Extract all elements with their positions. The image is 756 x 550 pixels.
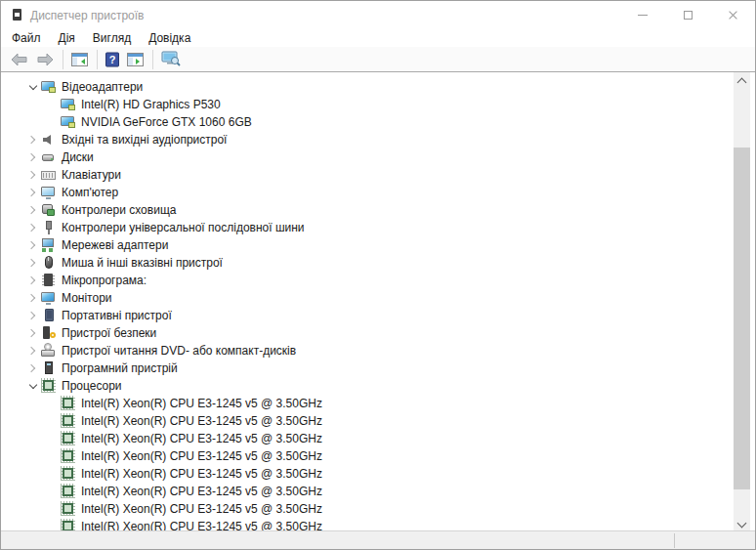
toolbar-separator <box>63 50 63 69</box>
dvd-device-icon <box>41 343 57 359</box>
help-icon: ? <box>105 52 119 67</box>
tree-item[interactable]: Диски <box>2 148 732 166</box>
menu-help[interactable]: Довідка <box>140 29 199 47</box>
tree-item-label: Програмний пристрій <box>62 361 178 375</box>
computer-device-icon <box>41 185 57 200</box>
tree-item-label: Миша й інші вказівні пристрої <box>62 256 223 270</box>
tree-item[interactable]: Контролери сховища <box>2 201 732 219</box>
tree-item[interactable]: Intel(R) HD Graphics P530 <box>2 96 732 113</box>
storage-device-icon <box>41 202 57 218</box>
chevron-expand-icon[interactable] <box>25 290 41 306</box>
device-manager-app-icon <box>10 8 24 22</box>
scan-hardware-changes-button[interactable] <box>157 49 186 70</box>
tree-item[interactable]: Intel(R) Xeon(R) CPU E3-1245 v5 @ 3.50GH… <box>2 518 732 531</box>
tree-item[interactable]: Програмний пристрій <box>2 360 732 377</box>
chevron-expand-icon[interactable] <box>25 132 41 148</box>
tree-item[interactable]: Портативні пристрої <box>2 307 732 324</box>
chevron-expand-icon[interactable] <box>25 149 41 165</box>
forward-icon <box>36 52 55 67</box>
chevron-expand-icon[interactable] <box>25 255 41 271</box>
tree-item[interactable]: Intel(R) Xeon(R) CPU E3-1245 v5 @ 3.50GH… <box>2 447 732 465</box>
tree-item[interactable]: Intel(R) Xeon(R) CPU E3-1245 v5 @ 3.50GH… <box>2 500 732 518</box>
tree-item[interactable]: Відеоадаптери <box>2 78 732 96</box>
tree-item[interactable]: Мікропрограма: <box>2 272 732 289</box>
close-icon <box>728 10 738 21</box>
tree-item-label: Intel(R) Xeon(R) CPU E3-1245 v5 @ 3.50GH… <box>81 502 322 516</box>
tree-item[interactable]: Intel(R) Xeon(R) CPU E3-1245 v5 @ 3.50GH… <box>2 483 732 500</box>
tree-item[interactable]: Intel(R) Xeon(R) CPU E3-1245 v5 @ 3.50GH… <box>2 465 732 483</box>
chevron-expand-icon[interactable] <box>25 185 41 200</box>
tree-item[interactable]: Контролери універсальної послідовної шин… <box>2 219 732 236</box>
chevron-expand-icon[interactable] <box>25 202 41 218</box>
monitor-device-icon <box>41 290 57 306</box>
chevron-expand-icon[interactable] <box>25 167 41 183</box>
back-button[interactable] <box>6 49 32 70</box>
tree-item[interactable]: Пристрої читання DVD- або компакт-дисків <box>2 342 732 360</box>
tree-item-label: Пристрої читання DVD- або компакт-дисків <box>62 344 296 358</box>
chevron-expand-icon[interactable] <box>25 237 41 253</box>
usb-device-icon <box>41 220 57 235</box>
show-console-tree-button[interactable] <box>67 49 93 70</box>
title-bar[interactable]: Диспетчер пристроїв <box>1 1 755 29</box>
tree-item-label: Мікропрограма: <box>62 274 147 287</box>
menu-action[interactable]: Дія <box>50 29 84 47</box>
properties-button[interactable] <box>123 49 148 70</box>
back-icon <box>10 52 28 67</box>
tree-item[interactable]: Процесори <box>2 377 732 395</box>
menu-file[interactable]: Файл <box>2 29 50 47</box>
chevron-expand-icon[interactable] <box>25 308 41 323</box>
toolbar: ? <box>1 47 755 72</box>
tree-item-label: Клавіатури <box>62 168 121 182</box>
display-device-icon <box>61 114 76 130</box>
menu-bar: Файл Дія Вигляд Довідка <box>1 29 755 47</box>
maximize-button[interactable] <box>665 1 710 29</box>
tree-item[interactable]: Intel(R) Xeon(R) CPU E3-1245 v5 @ 3.50GH… <box>2 395 732 412</box>
mouse-device-icon <box>41 255 57 271</box>
scroll-up-button[interactable] <box>734 72 750 89</box>
chevron-expand-icon[interactable] <box>25 360 41 376</box>
toolbar-separator <box>152 50 153 69</box>
tree-item-label: Intel(R) Xeon(R) CPU E3-1245 v5 @ 3.50GH… <box>81 467 322 481</box>
chevron-expand-icon[interactable] <box>25 273 41 288</box>
chevron-collapse-icon[interactable] <box>25 79 41 95</box>
minimize-icon <box>638 15 648 16</box>
tree-item[interactable]: Миша й інші вказівні пристрої <box>2 254 732 272</box>
tree-item-label: Вхідні та вихідні аудіопристрої <box>62 133 227 147</box>
cpu-device-icon <box>61 448 76 464</box>
tree-item-label: Диски <box>62 150 94 164</box>
tree-item[interactable]: Пристрої безпеки <box>2 324 732 342</box>
network-device-icon <box>41 237 57 253</box>
tree-item[interactable]: Комп'ютер <box>2 184 732 201</box>
tree-item[interactable]: Intel(R) Xeon(R) CPU E3-1245 v5 @ 3.50GH… <box>2 412 732 430</box>
tree-item[interactable]: Вхідні та вихідні аудіопристрої <box>2 131 732 148</box>
minimize-button[interactable] <box>620 1 665 29</box>
forward-button[interactable] <box>32 49 59 70</box>
tree-item[interactable]: Клавіатури <box>2 166 732 184</box>
scan-hardware-changes-icon <box>161 51 182 67</box>
help-button[interactable]: ? <box>102 49 123 70</box>
tree-item-label: Intel(R) Xeon(R) CPU E3-1245 v5 @ 3.50GH… <box>81 485 322 498</box>
tree-item[interactable]: NVIDIA GeForce GTX 1060 6GB <box>2 113 732 131</box>
scrollbar-thumb[interactable] <box>734 148 750 489</box>
display-device-icon <box>61 97 76 112</box>
portable-device-icon <box>41 308 57 323</box>
tree-item-label: Портативні пристрої <box>62 309 172 322</box>
vertical-scrollbar[interactable] <box>734 72 750 533</box>
tree-item[interactable]: Мережеві адаптери <box>2 236 732 254</box>
chevron-expand-icon[interactable] <box>25 220 41 235</box>
chevron-expand-icon[interactable] <box>25 325 41 341</box>
tree-item[interactable]: Монітори <box>2 289 732 307</box>
cpu-device-icon <box>61 413 76 429</box>
tree-item-label: Intel(R) HD Graphics P530 <box>81 98 221 111</box>
device-manager-window: Диспетчер пристроїв Файл Дія Вигляд Дові… <box>0 0 756 550</box>
chevron-collapse-icon[interactable] <box>25 378 41 394</box>
tree-item-label: Intel(R) Xeon(R) CPU E3-1245 v5 @ 3.50GH… <box>81 414 322 428</box>
security-device-icon <box>41 325 57 341</box>
menu-view[interactable]: Вигляд <box>84 29 140 47</box>
svg-text:?: ? <box>109 54 116 65</box>
device-tree[interactable]: Відеоадаптери Intel(R) HD Graphics P530 … <box>2 72 732 531</box>
tree-item-label: Контролери сховища <box>62 203 176 217</box>
tree-item[interactable]: Intel(R) Xeon(R) CPU E3-1245 v5 @ 3.50GH… <box>2 430 732 447</box>
chevron-expand-icon[interactable] <box>25 343 41 359</box>
close-button[interactable] <box>710 1 755 29</box>
